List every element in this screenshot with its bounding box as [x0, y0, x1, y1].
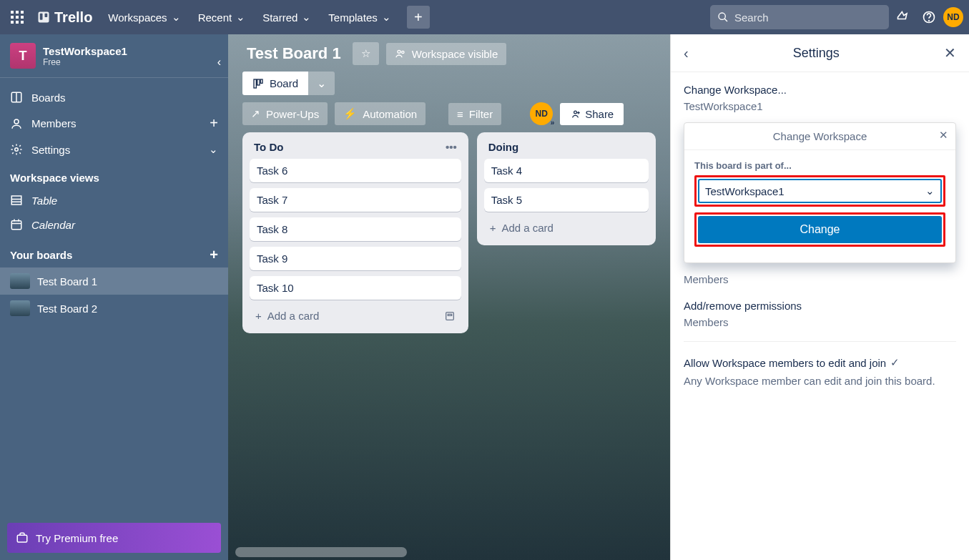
- gear-icon: [10, 143, 23, 156]
- chevron-down-icon: ⌄: [236, 11, 245, 24]
- svg-rect-23: [11, 221, 21, 230]
- collapse-sidebar-icon[interactable]: ‹: [217, 56, 221, 69]
- list-title[interactable]: To Do: [254, 141, 283, 153]
- change-workspace-popover: Change Workspace ✕ This board is part of…: [684, 122, 956, 263]
- svg-rect-32: [260, 79, 262, 83]
- close-icon[interactable]: ✕: [939, 129, 948, 142]
- svg-rect-11: [45, 14, 48, 17]
- try-premium-button[interactable]: Try Premium free: [7, 523, 221, 553]
- card[interactable]: Task 10: [250, 276, 461, 300]
- allow-members-edit-link[interactable]: Allow Workspace members to edit and join…: [684, 355, 956, 370]
- sidebar: T TestWorkspace1 Free ‹ Boards Members +…: [0, 34, 228, 560]
- help-icon[interactable]: [918, 6, 940, 29]
- card[interactable]: Task 7: [250, 188, 461, 212]
- list: To Do ••• Task 6 Task 7 Task 8 Task 9 Ta…: [242, 132, 468, 333]
- workspace-views-heading: Workspace views: [0, 162, 228, 188]
- chevron-down-icon: ⌄: [382, 11, 391, 24]
- back-icon[interactable]: ‹: [684, 45, 689, 62]
- share-button[interactable]: Share: [560, 103, 624, 125]
- briefcase-icon: [16, 531, 29, 544]
- add-remove-permissions-link[interactable]: Add/remove permissions: [684, 298, 956, 313]
- search-input[interactable]: [734, 11, 882, 24]
- close-icon[interactable]: ✕: [944, 44, 956, 62]
- rocket-icon: ↗: [251, 107, 260, 120]
- workspace-name: TestWorkspace1: [43, 45, 127, 57]
- svg-rect-31: [257, 79, 260, 85]
- add-card-button[interactable]: + Add a card: [484, 217, 649, 238]
- create-button[interactable]: +: [407, 6, 430, 29]
- board-view-button[interactable]: Board: [242, 72, 308, 95]
- workspace-select[interactable]: TestWorkspace1 ⌄: [698, 179, 942, 203]
- change-button[interactable]: Change: [698, 216, 942, 243]
- chevron-down-icon: ⌄: [302, 11, 311, 24]
- powerups-button[interactable]: ↗Power-Ups: [242, 102, 328, 125]
- svg-point-33: [574, 111, 577, 114]
- sidebar-view-calendar[interactable]: Calendar: [0, 212, 228, 237]
- field-label: This board is part of...: [694, 160, 945, 171]
- sidebar-item-settings[interactable]: Settings ⌄: [0, 137, 228, 162]
- filter-icon: ≡: [457, 108, 463, 120]
- search-box[interactable]: [710, 5, 889, 29]
- notifications-icon[interactable]: [892, 6, 915, 29]
- list-title[interactable]: Doing: [488, 141, 519, 153]
- board-title[interactable]: Test Board 1: [242, 41, 345, 66]
- visibility-button[interactable]: Workspace visible: [386, 43, 507, 65]
- svg-point-12: [719, 13, 725, 19]
- chevron-down-icon: ⌄: [172, 11, 181, 24]
- sidebar-view-table[interactable]: Table: [0, 188, 228, 212]
- svg-point-18: [14, 119, 19, 124]
- svg-rect-3: [11, 16, 14, 19]
- card[interactable]: Task 6: [250, 159, 461, 182]
- add-card-button[interactable]: + Add a card: [250, 305, 461, 326]
- lists-container: To Do ••• Task 6 Task 7 Task 8 Task 9 Ta…: [228, 132, 670, 348]
- svg-point-15: [929, 21, 930, 21]
- chevron-down-icon: ⌄: [925, 185, 935, 197]
- automation-button[interactable]: ⚡Automation: [335, 102, 426, 125]
- sidebar-item-members[interactable]: Members +: [0, 109, 228, 137]
- svg-rect-30: [254, 79, 256, 88]
- popover-title: Change Workspace: [773, 130, 867, 142]
- svg-point-19: [15, 148, 19, 152]
- nav-templates[interactable]: Templates⌄: [321, 6, 398, 28]
- apps-launcher[interactable]: [6, 6, 29, 29]
- horizontal-scrollbar[interactable]: [235, 547, 407, 557]
- panel-title: Settings: [793, 46, 840, 61]
- list-menu-icon[interactable]: •••: [446, 141, 457, 153]
- board-icon: [252, 78, 264, 89]
- logo[interactable]: Trello: [31, 9, 98, 26]
- view-switcher: Board ⌄: [242, 72, 335, 95]
- view-dropdown[interactable]: ⌄: [308, 72, 335, 95]
- svg-rect-2: [21, 11, 24, 14]
- svg-point-28: [398, 50, 400, 53]
- workspace-header[interactable]: T TestWorkspace1 Free ‹: [0, 34, 228, 78]
- card[interactable]: Task 5: [484, 188, 649, 212]
- user-avatar[interactable]: ND: [943, 7, 963, 27]
- sidebar-board-item[interactable]: Test Board 2: [0, 295, 228, 322]
- logo-text: Trello: [54, 9, 92, 26]
- star-button[interactable]: ☆: [353, 42, 379, 65]
- sidebar-board-item[interactable]: Test Board 1: [0, 267, 228, 295]
- svg-line-13: [724, 19, 727, 21]
- sidebar-item-boards[interactable]: Boards: [0, 85, 228, 109]
- svg-rect-4: [16, 16, 19, 19]
- people-icon: [395, 48, 406, 59]
- admin-badge-icon: »: [551, 119, 555, 127]
- board-thumb: [10, 273, 30, 289]
- nav-workspaces[interactable]: Workspaces⌄: [101, 6, 187, 28]
- card[interactable]: Task 9: [250, 247, 461, 270]
- change-workspace-link[interactable]: Change Workspace...: [684, 82, 956, 97]
- card[interactable]: Task 4: [484, 159, 649, 182]
- filter-button[interactable]: ≡Filter: [448, 103, 501, 125]
- svg-rect-37: [448, 314, 451, 315]
- template-icon[interactable]: [444, 310, 456, 322]
- highlight-change-button: Change: [694, 212, 945, 247]
- board-member-avatar[interactable]: ND»: [530, 102, 553, 125]
- add-board-icon[interactable]: +: [210, 247, 218, 263]
- workspace-badge: T: [10, 43, 36, 69]
- chevron-down-icon: ⌄: [317, 77, 326, 90]
- nav-starred[interactable]: Starred⌄: [255, 6, 318, 28]
- card[interactable]: Task 8: [250, 217, 461, 241]
- nav-recent[interactable]: Recent⌄: [191, 6, 253, 28]
- bolt-icon: ⚡: [343, 107, 357, 120]
- add-member-icon[interactable]: +: [210, 115, 218, 132]
